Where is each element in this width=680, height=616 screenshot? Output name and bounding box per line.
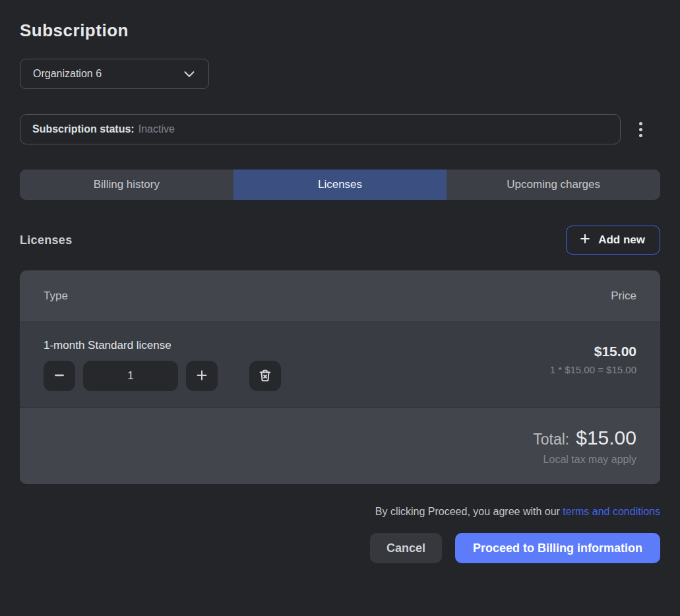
add-new-button[interactable]: Add new (566, 226, 660, 255)
organization-dropdown[interactable]: Organization 6 (20, 59, 209, 89)
chevron-down-icon (182, 67, 197, 81)
tab-licenses[interactable]: Licenses (233, 169, 447, 200)
subscription-status-label: Subscription status: (32, 123, 135, 135)
license-price-breakdown: 1 * $15.00 = $15.00 (550, 364, 636, 375)
plus-icon (195, 368, 209, 385)
tab-upcoming-charges[interactable]: Upcoming charges (447, 169, 660, 200)
license-table-row: 1-month Standard license (20, 321, 660, 408)
licenses-section-header: Licenses Add new (20, 226, 660, 255)
table-header-row: Type Price (20, 270, 660, 321)
column-header-price: Price (611, 290, 636, 303)
status-row: Subscription status: Inactive (20, 114, 660, 144)
minus-icon (53, 369, 66, 384)
total-amount: $15.00 (576, 427, 636, 449)
page-title: Subscription (20, 20, 660, 41)
column-header-type: Type (44, 290, 68, 303)
delete-license-button[interactable] (249, 361, 281, 391)
cancel-button[interactable]: Cancel (370, 533, 442, 563)
license-name: 1-month Standard license (44, 339, 281, 352)
license-price: $15.00 (594, 343, 636, 360)
subscription-status-field[interactable]: Subscription status: Inactive (20, 114, 621, 144)
terms-and-conditions-link[interactable]: terms and conditions (563, 506, 660, 517)
proceed-to-billing-button[interactable]: Proceed to Billing information (455, 533, 660, 563)
trash-x-icon (258, 368, 272, 385)
add-new-label: Add new (598, 233, 645, 247)
increase-quantity-button[interactable] (186, 361, 218, 391)
subscription-page: Subscription Organization 6 Subscription… (0, 0, 680, 563)
tax-note: Local tax may apply (543, 454, 636, 466)
organization-dropdown-value: Organization 6 (33, 68, 102, 80)
quantity-input[interactable] (83, 361, 178, 391)
subscription-tabs: Billing history Licenses Upcoming charge… (20, 169, 660, 200)
agreement-text: By clicking Proceed, you agree with our (375, 506, 563, 517)
agreement-line: By clicking Proceed, you agree with our … (20, 506, 660, 518)
total-label: Total: (533, 431, 569, 448)
licenses-heading: Licenses (20, 233, 72, 247)
kebab-menu-icon[interactable] (621, 114, 660, 144)
decrease-quantity-button[interactable] (44, 361, 75, 391)
tab-billing-history[interactable]: Billing history (20, 169, 233, 200)
plus-icon (578, 232, 592, 249)
quantity-stepper (44, 361, 281, 391)
licenses-table: Type Price 1-month Standard license (20, 270, 660, 484)
total-row: Total: $15.00 Local tax may apply (20, 408, 660, 484)
action-buttons-row: Cancel Proceed to Billing information (20, 533, 660, 563)
subscription-status-value: Inactive (139, 123, 175, 135)
